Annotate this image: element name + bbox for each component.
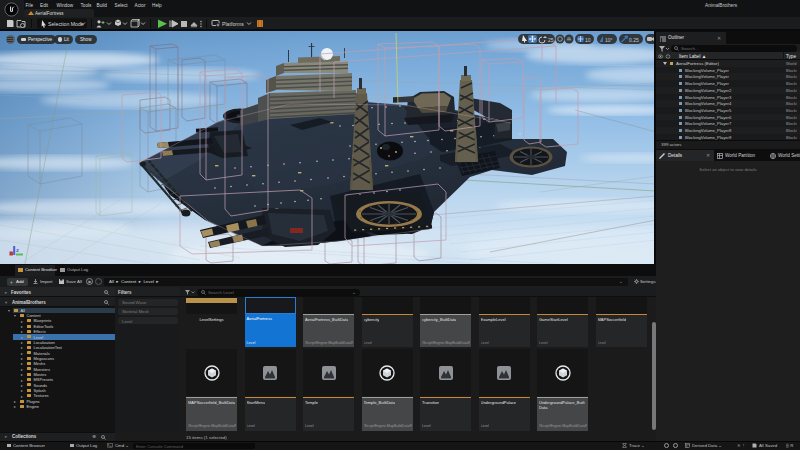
svg-text:Platforms: Platforms [222,21,244,27]
svg-text:10: 10 [585,37,591,43]
svg-text:z: z [16,247,19,253]
svg-text:0.25: 0.25 [629,37,639,43]
svg-text:25: 25 [548,37,554,43]
svg-text:Selection Mode: Selection Mode [48,21,84,27]
svg-text:10°: 10° [605,37,613,43]
